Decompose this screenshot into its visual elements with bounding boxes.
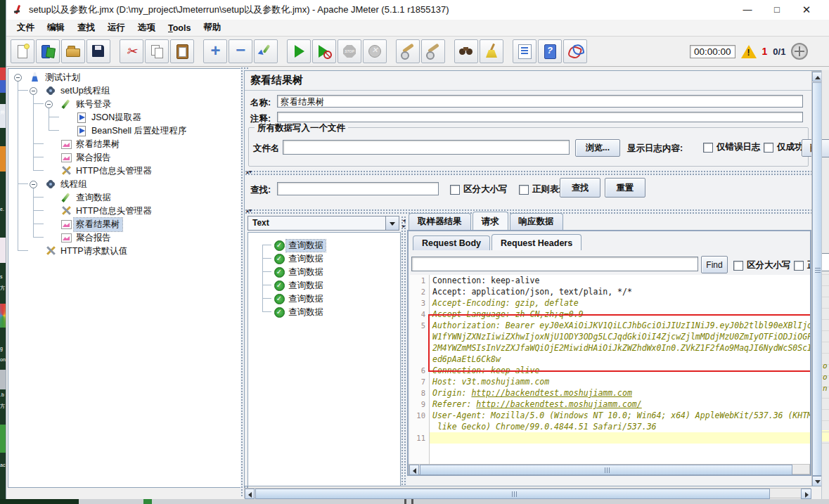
result-item[interactable]: 查询数据 — [248, 292, 400, 305]
scroll-left-icon[interactable] — [245, 489, 255, 499]
tree-connector — [33, 224, 44, 224]
clear-one-button[interactable] — [396, 39, 420, 63]
search-input[interactable] — [277, 182, 439, 195]
main-hscrollbar-thumb[interactable] — [255, 489, 770, 499]
result-item[interactable]: 查询数据 — [248, 278, 400, 292]
tree-item-label: 聚合报告 — [74, 151, 113, 164]
line-number: 8 — [411, 387, 425, 399]
result-item[interactable]: 查询数据 — [248, 265, 400, 278]
main-vscrollbar-thumb[interactable] — [812, 82, 822, 476]
search-button[interactable]: 查找 — [560, 178, 600, 198]
errors-only-checkbox[interactable] — [703, 143, 713, 153]
menu-item-help[interactable]: 帮助 — [197, 20, 227, 35]
viewer-splitter[interactable]: ◄ ► — [401, 216, 407, 485]
tree-item-query-data[interactable]: 查询数据 — [8, 190, 240, 204]
main-hscrollbar[interactable] — [244, 488, 811, 498]
link-text[interactable]: http://backendtest.moshujiamm.com — [471, 388, 631, 398]
find-regex-checkbox[interactable] — [794, 261, 804, 271]
tree-item-view-results-tree-1[interactable]: 察看结果树 — [8, 137, 240, 150]
chevron-down-icon[interactable] — [385, 217, 399, 230]
collapse-right-icon[interactable]: ► — [401, 224, 406, 228]
paste-button[interactable] — [170, 39, 194, 63]
minimize-button[interactable]: — — [733, 0, 762, 20]
format-dropdown[interactable]: Text — [248, 216, 399, 231]
chart-icon — [60, 219, 72, 230]
request-hscrollbar[interactable] — [409, 464, 810, 474]
tree-item-view-results-tree-2[interactable]: 察看结果树 — [8, 217, 240, 231]
result-item[interactable]: 查询数据 — [248, 252, 400, 265]
name-input[interactable]: 察看结果树 — [277, 95, 803, 108]
new-file-button[interactable] — [11, 39, 34, 63]
filename-input[interactable] — [283, 140, 570, 155]
open-file-button[interactable] — [61, 39, 85, 63]
splitter[interactable]: ▴▾ — [245, 170, 811, 176]
menu-item-run[interactable]: 运行 — [101, 20, 131, 35]
tree-item-aggregate-report-2[interactable]: 聚合报告 — [8, 231, 240, 244]
mascot-button[interactable] — [563, 39, 587, 63]
taskbar-edge-strip — [0, 499, 829, 504]
copy-button[interactable] — [145, 39, 169, 63]
tree-item-setup-thread-group[interactable]: setUp线程组 — [8, 84, 240, 97]
scroll-down-icon[interactable] — [812, 476, 822, 486]
help-button[interactable] — [538, 39, 562, 63]
templates-button[interactable] — [36, 39, 60, 63]
scroll-left-icon[interactable] — [409, 465, 419, 475]
result-item[interactable]: 查询数据 — [248, 305, 400, 318]
subtab-request-body[interactable]: Request Body — [413, 235, 490, 250]
cut-button[interactable] — [120, 39, 143, 63]
function-helper-button[interactable] — [513, 39, 536, 63]
tree-item-account-login[interactable]: 账号登录 — [8, 97, 240, 110]
remove-button[interactable] — [229, 39, 252, 63]
reset-button[interactable]: 重置 — [605, 178, 645, 198]
close-button[interactable]: ✕ — [792, 0, 821, 20]
collapse-left-icon[interactable]: ◄ — [401, 218, 406, 223]
result-item[interactable]: 查询数据 — [248, 238, 400, 252]
tree-item-json-extractor[interactable]: JSON提取器 — [8, 110, 240, 124]
status-indicator-icon[interactable] — [791, 43, 808, 60]
tab-sampler-result[interactable]: 取样器结果 — [409, 213, 471, 230]
comment-input[interactable] — [277, 112, 803, 122]
start-button[interactable] — [287, 39, 311, 63]
clear-search-button[interactable] — [480, 39, 503, 63]
tree-handle-icon[interactable] — [30, 181, 37, 188]
save-button[interactable] — [86, 39, 110, 63]
search-case-checkbox[interactable] — [450, 185, 460, 195]
find-input[interactable] — [411, 257, 698, 271]
find-button[interactable]: Find — [701, 256, 728, 273]
find-case-checkbox[interactable] — [733, 261, 743, 271]
success-only-checkbox[interactable] — [764, 143, 773, 153]
browse-button[interactable]: 浏览... — [575, 139, 620, 157]
tree-item-test-plan[interactable]: 测试计划 — [8, 70, 240, 84]
tree-handle-icon[interactable] — [30, 87, 37, 95]
warning-icon[interactable] — [741, 45, 757, 58]
menu-item-edit[interactable]: 编辑 — [41, 20, 71, 35]
scroll-up-icon[interactable] — [812, 72, 822, 82]
menu-item-tools[interactable]: Tools — [162, 22, 197, 34]
tab-request[interactable]: 请求 — [473, 212, 508, 230]
menu-item-search[interactable]: 查找 — [71, 20, 101, 35]
tree-item-http-header-manager-2[interactable]: HTTP信息头管理器 — [8, 204, 240, 217]
search-binoculars-button[interactable] — [454, 39, 478, 63]
tab-response-data[interactable]: 响应数据 — [510, 213, 563, 230]
main-vscrollbar[interactable] — [811, 71, 822, 486]
shield-check-icon — [274, 253, 285, 264]
scroll-right-icon[interactable] — [801, 489, 811, 499]
clear-all-button[interactable] — [421, 39, 445, 63]
menu-item-options[interactable]: 选项 — [131, 20, 162, 35]
tree-handle-icon[interactable] — [14, 74, 22, 82]
tree-item-beanshell-postprocessor[interactable]: BeanShell 后置处理程序 — [8, 124, 240, 137]
link-text[interactable]: http://backendtest.moshujiamm.com/ — [476, 399, 641, 409]
start-no-timers-button[interactable] — [312, 39, 336, 63]
subtab-request-headers[interactable]: Request Headers — [491, 234, 581, 250]
menu-item-file[interactable]: 文件 — [11, 20, 41, 35]
maximize-button[interactable]: □ — [762, 0, 792, 20]
tree-handle-icon[interactable] — [45, 101, 53, 108]
add-button[interactable] — [203, 39, 227, 63]
pipette-button[interactable] — [254, 39, 278, 63]
tree-item-http-request-defaults[interactable]: HTTP请求默认值 — [8, 244, 240, 257]
search-regex-checkbox[interactable] — [519, 185, 529, 195]
tree-item-thread-group[interactable]: 线程组 — [8, 177, 240, 190]
request-hscrollbar-thumb[interactable] — [420, 465, 792, 475]
tree-item-http-header-manager-1[interactable]: HTTP信息头管理器 — [8, 164, 240, 177]
tree-item-aggregate-report-1[interactable]: 聚合报告 — [8, 150, 240, 164]
